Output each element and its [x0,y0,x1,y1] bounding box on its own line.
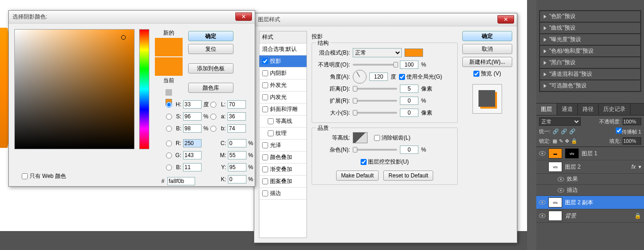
g-radio[interactable] [166,152,172,159]
ok-button[interactable]: 确定 [462,31,512,41]
antialias-checkbox[interactable]: 消除锯齿(L) [374,134,411,142]
unify-icon[interactable]: 🔗 [552,128,559,134]
lock-paint-icon[interactable]: ✎ [559,138,563,144]
s-input[interactable] [183,112,202,121]
style-stroke[interactable]: 描边 [259,188,307,200]
h-input[interactable] [183,100,202,109]
tab-history[interactable]: 历史记录 [599,104,631,115]
preset-item[interactable]: "色相/饱和度"预设 [540,45,641,57]
titlebar[interactable]: 选择阴影颜色: ✕ [9,11,255,24]
m-input[interactable] [228,151,246,159]
knockout-checkbox[interactable]: 图层挖空投影(U) [361,158,409,166]
style-outerglow[interactable]: 外发光 [259,79,307,91]
lock-move-icon[interactable]: ✥ [565,138,569,144]
layer-row[interactable]: 背景🔒 [536,209,644,223]
distance-input[interactable] [400,85,418,93]
titlebar[interactable]: 图层样式 ✕ [254,13,517,26]
style-innershadow[interactable]: 内阴影 [259,67,307,79]
make-default-button[interactable]: Make Default [336,171,379,181]
visibility-icon[interactable] [558,177,564,182]
opacity-input[interactable] [623,118,641,125]
style-patternoverlay[interactable]: 图案叠加 [259,176,307,188]
visibility-icon[interactable] [539,200,546,205]
tab-channels[interactable]: 通道 [557,104,578,115]
cancel-button[interactable]: 取消 [462,44,512,54]
spread-slider[interactable] [353,100,397,102]
brgb-input[interactable] [183,163,202,171]
opacity-slider[interactable] [353,64,397,66]
layer-row[interactable]: vis图层 2 副本 [536,196,644,209]
visibility-icon[interactable] [539,213,546,218]
style-dropshadow[interactable]: 投影 [259,55,307,67]
angle-dial[interactable] [353,70,367,84]
hex-input[interactable] [167,177,195,185]
close-button[interactable]: ✕ [497,15,514,24]
layer-effect-row[interactable]: 描边 [536,185,644,196]
k-input[interactable] [228,175,246,183]
preview-checkbox[interactable]: 预览 (V) [462,70,512,78]
size-input[interactable] [400,109,418,117]
preset-item[interactable]: "曲线"预设 [540,22,641,34]
noise-input[interactable] [400,146,418,154]
r-input[interactable] [183,139,202,147]
tab-paths[interactable]: 路径 [578,104,599,115]
global-light-checkbox[interactable]: 使用全局光(G) [399,73,442,81]
blab-input[interactable] [227,124,246,133]
preset-item[interactable]: "曝光度"预设 [540,34,641,45]
reset-default-button[interactable]: Reset to Default [383,171,433,181]
layer-row[interactable]: vis图层 2fx▾ [536,160,644,174]
unify-icon[interactable]: 🔗 [569,128,576,134]
style-coloroverlay[interactable]: 颜色叠加 [259,152,307,164]
distance-slider[interactable] [353,88,397,90]
blab-radio[interactable] [210,126,216,132]
fx-badge[interactable]: fx [632,164,636,170]
size-slider[interactable] [353,112,397,114]
noise-slider[interactable] [353,149,397,151]
preset-item[interactable]: "黑白"预设 [540,57,641,68]
b-radio[interactable] [166,126,172,132]
bhsb-input[interactable] [183,124,202,133]
chevron-down-icon[interactable]: ▾ [638,164,641,170]
close-button[interactable]: ✕ [235,12,252,21]
l-radio[interactable] [210,102,216,108]
opacity-input[interactable] [400,61,418,69]
s-radio[interactable] [166,114,172,120]
add-swatch-button[interactable]: 添加到色板 [188,63,233,73]
color-field[interactable] [14,29,135,149]
g-input[interactable] [183,151,202,159]
style-texture[interactable]: 纹理 [259,128,307,140]
preset-item[interactable]: "色阶"预设 [540,11,641,22]
preset-item[interactable]: "通道混和器"预设 [540,68,641,80]
style-contour[interactable]: 等高线 [259,116,307,128]
blend-mode-select[interactable]: 正常 [539,117,581,126]
color-library-button[interactable]: 颜色库 [188,83,233,93]
style-gradientoverlay[interactable]: 渐变叠加 [259,164,307,176]
lock-all-icon[interactable]: 🔒 [571,138,577,144]
a-radio[interactable] [210,114,216,120]
preset-item[interactable]: "可选颜色"预设 [540,80,641,91]
l-input[interactable] [227,100,246,109]
tab-layers[interactable]: 图层 [536,104,557,115]
style-satin[interactable]: 光泽 [259,140,307,152]
blend-mode-select[interactable]: 正常 [353,48,402,57]
web-only-checkbox[interactable]: 只有 Web 颜色 [22,172,66,180]
hue-slider[interactable] [139,29,149,149]
shadow-color-swatch[interactable] [405,49,423,57]
style-innerglow[interactable]: 内发光 [259,91,307,104]
visibility-icon[interactable] [558,188,564,193]
style-bevel[interactable]: 斜面和浮雕 [259,104,307,116]
brgb-radio[interactable] [166,165,172,171]
lock-transparent-icon[interactable]: ▦ [552,138,557,144]
visibility-icon[interactable] [539,151,546,156]
c-input[interactable] [228,139,246,147]
h-radio[interactable] [166,102,172,108]
contour-picker[interactable] [353,132,368,143]
r-radio[interactable] [166,140,172,146]
layer-effect-row[interactable]: 效果 [536,174,644,185]
new-style-button[interactable]: 新建样式(W)... [462,57,512,67]
reset-button[interactable]: 复位 [188,44,233,54]
spread-input[interactable] [400,97,418,105]
blend-options[interactable]: 混合选项:默认 [259,43,307,55]
layer-row[interactable]: ▬vis图层 1 [536,147,644,160]
a-input[interactable] [227,112,246,121]
